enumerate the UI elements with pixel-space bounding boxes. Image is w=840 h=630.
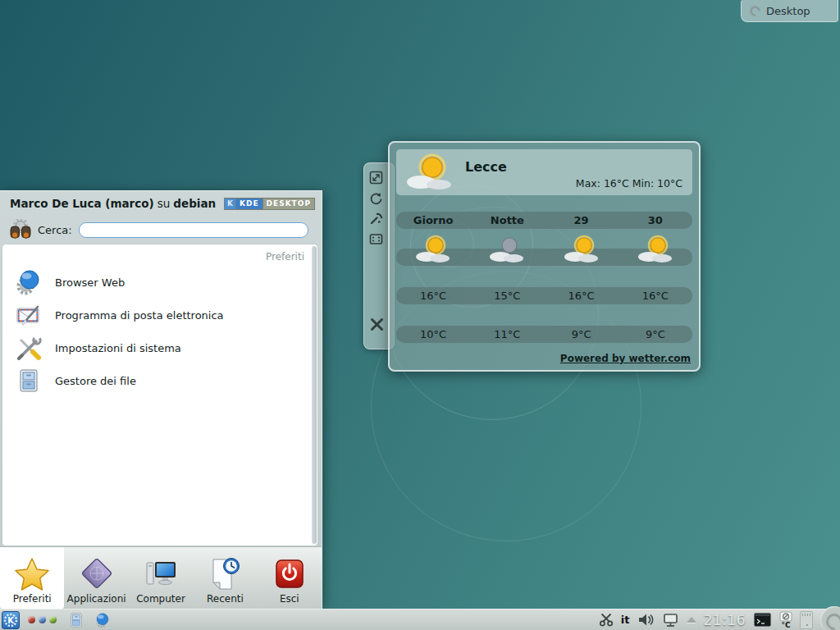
weather-condition-icon: [545, 249, 619, 266]
kde-desktop-badge: K KDE DESKTOP: [224, 198, 315, 210]
weather-condition-icon: [470, 249, 544, 266]
weather-col-label: 30: [619, 212, 692, 229]
weather-widget: Lecce Max: 16°C Min: 10°C Giorno Notte 2…: [388, 141, 701, 372]
section-label: Preferiti: [2, 244, 317, 266]
user-connector: su: [158, 197, 171, 210]
network-monitor-icon[interactable]: [662, 613, 679, 628]
day-temp: 16°C: [396, 287, 470, 304]
system-settings-icon: [16, 335, 42, 361]
weather-condition-icon: [619, 249, 692, 266]
maximize-icon[interactable]: [369, 232, 383, 246]
taskbar-panel: K it: [0, 609, 840, 630]
star-icon: [13, 557, 51, 591]
wetter-credit-link[interactable]: Powered by wetter.com: [560, 353, 691, 364]
scrollbar[interactable]: [312, 246, 317, 544]
list-item-system-settings[interactable]: Impostazioni di sistema: [2, 331, 317, 364]
volume-icon[interactable]: [637, 613, 655, 627]
weather-city: Lecce: [465, 159, 507, 175]
file-manager-launcher-icon[interactable]: [68, 612, 84, 628]
favorites-list: Preferiti Browser Web: [2, 244, 318, 546]
tab-label: Preferiti: [13, 593, 52, 605]
list-item-label: Impostazioni di sistema: [55, 342, 181, 354]
tab-label: Computer: [136, 593, 185, 605]
computer-icon: [142, 557, 180, 591]
system-tray: it 21:16 °C: [599, 606, 837, 630]
list-item-browser-web[interactable]: Browser Web: [2, 266, 317, 299]
cashew-icon: [747, 3, 762, 18]
day-temp: 16°C: [619, 287, 692, 304]
konqueror-globe-icon[interactable]: [94, 612, 111, 628]
kde-logo-icon: K: [3, 613, 18, 628]
user-name: Marco De Luca (marco): [10, 197, 154, 210]
list-item-label: Gestore dei file: [55, 375, 136, 387]
weather-header: Lecce Max: 16°C Min: 10°C: [396, 149, 692, 195]
applications-icon: [78, 557, 116, 591]
tab-computer[interactable]: Computer: [129, 547, 193, 609]
tab-esci[interactable]: Esci: [258, 547, 322, 609]
desktop-toolbox-label: Desktop: [766, 5, 810, 17]
kde-logo-icon: K: [225, 199, 236, 209]
kickoff-search-row: Cerca:: [0, 216, 322, 244]
night-temp: 11°C: [470, 326, 544, 343]
list-item-email[interactable]: Programma di posta elettronica: [2, 299, 317, 331]
blue-dot: [39, 616, 46, 623]
panel-toolbox-cashew-icon[interactable]: [820, 606, 840, 630]
web-browser-icon: [16, 269, 42, 295]
kde-menu-button[interactable]: K: [2, 611, 20, 629]
recent-documents-icon: [206, 557, 244, 591]
weather-icons-row: [396, 249, 692, 266]
weather-day-temps: 16°C 15°C 16°C 16°C: [396, 287, 692, 304]
weather-col-label: 29: [545, 212, 619, 229]
tray-expander-icon[interactable]: [687, 617, 696, 623]
red-dot: [28, 616, 35, 623]
tab-label: Applicazioni: [67, 593, 126, 605]
kickoff-header: Marco De Luca (marco)sudebian K KDE DESK…: [0, 191, 322, 216]
night-temp: 10°C: [396, 326, 470, 343]
tab-applicazioni[interactable]: Applicazioni: [64, 547, 128, 609]
search-binoculars-icon: [8, 219, 33, 241]
power-icon: [271, 557, 308, 591]
kickoff-tab-bar: Preferiti Applicazioni: [0, 546, 322, 609]
tab-recenti[interactable]: Recenti: [193, 547, 257, 609]
search-input[interactable]: [79, 222, 308, 238]
resize-icon[interactable]: [369, 171, 383, 185]
list-item-file-manager[interactable]: Gestore dei file: [2, 364, 317, 397]
weather-tray-label: °C: [781, 622, 790, 629]
panel-spacer[interactable]: [800, 611, 813, 629]
file-manager-icon: [16, 368, 42, 394]
kickoff-menu: Marco De Luca (marco)sudebian K KDE DESK…: [0, 190, 322, 609]
night-temp: 9°C: [619, 326, 692, 343]
green-dot: [49, 616, 57, 623]
weather-night-temps: 10°C 11°C 9°C 9°C: [396, 326, 692, 343]
badge-kde-label: KDE: [236, 199, 262, 209]
pager-dots-icon[interactable]: [28, 616, 57, 623]
weather-condition-icon: [396, 249, 470, 266]
host-name: debian: [173, 197, 216, 210]
search-label: Cerca:: [38, 224, 72, 236]
weather-col-label: Giorno: [396, 212, 470, 229]
night-temp: 9°C: [545, 326, 619, 343]
klipper-scissors-icon[interactable]: [599, 613, 614, 627]
day-temp: 16°C: [545, 287, 619, 304]
list-item-label: Programma di posta elettronica: [55, 309, 224, 322]
terminal-icon[interactable]: [753, 612, 772, 628]
configure-wrench-icon[interactable]: [369, 212, 383, 226]
close-icon[interactable]: [369, 317, 385, 332]
desktop-background: Desktop: [0, 0, 840, 630]
rotate-icon[interactable]: [369, 191, 383, 205]
sun-cloud-icon: [404, 153, 455, 194]
keyboard-layout-indicator[interactable]: it: [621, 614, 630, 626]
weather-col-label: Notte: [470, 212, 544, 229]
list-item-label: Browser Web: [55, 276, 125, 289]
digital-clock[interactable]: 21:16: [704, 612, 746, 628]
day-temp: 15°C: [470, 287, 544, 304]
weather-max-min: Max: 16°C Min: 10°C: [576, 177, 682, 189]
tab-label: Recenti: [207, 593, 244, 605]
weather-column-headers: Giorno Notte 29 30: [396, 212, 692, 229]
user-identity: Marco De Luca (marco)sudebian: [10, 197, 216, 210]
email-icon: [16, 302, 42, 328]
svg-text:K: K: [7, 615, 15, 624]
desktop-toolbox[interactable]: Desktop: [741, 0, 838, 22]
tab-preferiti[interactable]: Preferiti: [0, 547, 64, 609]
weather-tray-icon[interactable]: °C: [779, 611, 792, 629]
